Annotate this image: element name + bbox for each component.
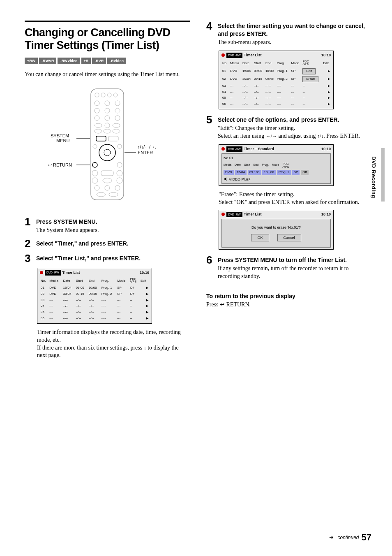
continued-label: continued bbox=[337, 534, 359, 541]
svg-point-36 bbox=[115, 185, 120, 190]
osd1-h-end: End bbox=[88, 277, 101, 285]
svg-point-1 bbox=[95, 93, 99, 97]
step-3-title: Select "Timer List," and press ENTER. bbox=[36, 255, 190, 262]
up-down-arrow-icon: ↑/↓ bbox=[317, 133, 323, 139]
erase-menu-item[interactable]: Erase bbox=[302, 76, 318, 82]
remote-label-arrows: ↑/↓/←/→, bbox=[138, 144, 156, 149]
field-media[interactable]: DVD bbox=[224, 170, 234, 175]
svg-point-12 bbox=[105, 116, 110, 120]
record-dot-icon bbox=[221, 147, 225, 151]
step-5-select-line: Select an item using ←/→ and adjust usin… bbox=[218, 132, 371, 140]
osd3-clock: 10:10 bbox=[321, 146, 331, 151]
field-end[interactable]: 10 : 00 bbox=[262, 170, 275, 175]
svg-text:MENU: MENU bbox=[56, 138, 69, 143]
svg-point-17 bbox=[95, 129, 102, 133]
field-start[interactable]: 09 : 00 bbox=[248, 170, 261, 175]
step-1-title: Press SYSTEM MENU. bbox=[36, 218, 190, 226]
section-rule bbox=[206, 288, 371, 288]
timer-pagination-note: If there are more than six timer setting… bbox=[37, 344, 190, 360]
heading-rule bbox=[25, 21, 190, 22]
svg-point-16 bbox=[113, 123, 120, 127]
svg-text:ENTER: ENTER bbox=[138, 150, 153, 155]
svg-point-18 bbox=[104, 129, 111, 133]
cancel-button[interactable]: Cancel bbox=[277, 234, 301, 241]
svg-point-27 bbox=[117, 162, 122, 167]
svg-rect-29 bbox=[101, 171, 113, 176]
field-mode[interactable]: SP bbox=[292, 170, 300, 175]
return-icon: ↩ bbox=[220, 301, 225, 308]
badge-minus-rw-vr: -RWVR bbox=[39, 58, 56, 64]
svg-point-11 bbox=[95, 116, 99, 120]
table-row: 02DVD30/0409:1509:45Prog. 2SPErase bbox=[221, 75, 331, 83]
svg-point-38 bbox=[109, 192, 118, 197]
intro-text: You can change or cancel timer settings … bbox=[25, 71, 190, 79]
osd-timer-standard: DVD -RW Timer – Standard 10:10 No.01 Med… bbox=[219, 144, 334, 186]
erase-confirm-desc: Select "OK" and press ENTER when asked f… bbox=[219, 199, 371, 206]
table-row: 03-----/----:----:----------- bbox=[40, 297, 149, 303]
osd4-clock: 10:10 bbox=[321, 212, 331, 217]
svg-point-32 bbox=[103, 178, 112, 183]
badge-minus-rw-video: -RWVideo bbox=[58, 58, 80, 64]
timer-info-note: Timer information displays the recording… bbox=[37, 329, 190, 344]
table-row: 01DVD15/0409:0010:00Prog. 1SPOff bbox=[40, 285, 149, 291]
svg-point-15 bbox=[105, 123, 110, 128]
osd1-h-edit: Edit bbox=[140, 277, 149, 285]
svg-point-9 bbox=[105, 108, 110, 113]
step-2-title: Select "Timer," and press ENTER. bbox=[36, 240, 190, 248]
osd1-h-mode: Mode bbox=[116, 277, 129, 285]
step-3-number: 3 bbox=[25, 253, 32, 264]
field-date[interactable]: 15/04 bbox=[235, 170, 247, 175]
osd2-title: Timer List bbox=[244, 53, 262, 58]
osd1-h-media: Media bbox=[48, 277, 62, 285]
osd1-h-no: No. bbox=[40, 277, 48, 285]
osd-erase-confirm: DVD -RW Timer List 10:10 Do you want to … bbox=[219, 210, 334, 250]
svg-point-13 bbox=[115, 116, 120, 120]
osd1-clock: 10:10 bbox=[140, 270, 149, 275]
svg-point-33 bbox=[117, 178, 122, 183]
step-5-number: 5 bbox=[206, 114, 214, 125]
svg-point-34 bbox=[95, 185, 99, 190]
edit-menu-item[interactable]: Edit bbox=[302, 68, 316, 74]
table-row: 01DVD15/0409:0010:00Prog. 1SPEdit bbox=[221, 67, 331, 75]
field-pdc[interactable]: Off bbox=[301, 170, 309, 175]
table-row: 02DVD30/0409:1509:45Prog. 2SPOff bbox=[40, 291, 149, 297]
svg-point-31 bbox=[92, 178, 98, 183]
svg-point-2 bbox=[101, 93, 105, 97]
return-text: Press ↩ RETURN. bbox=[206, 301, 371, 309]
step-4-text: The sub-menu appears. bbox=[218, 39, 371, 46]
osd1-title: Timer List bbox=[62, 270, 80, 275]
remote-illustration: SYSTEM MENU ↩ RETURN ↑/↓/←/→, ENTER bbox=[25, 87, 190, 204]
table-row: 05-----/----:----:----------- bbox=[40, 309, 149, 315]
svg-point-14 bbox=[95, 123, 102, 127]
badge-plus-r: +R bbox=[81, 58, 91, 64]
format-badges: +RW -RWVR -RWVideo +R -RVR -RVideo bbox=[25, 58, 190, 64]
svg-point-10 bbox=[115, 108, 120, 113]
svg-point-25 bbox=[118, 144, 122, 148]
step-6-number: 6 bbox=[206, 255, 214, 265]
left-right-arrow-icon: ←/→ bbox=[266, 133, 277, 139]
svg-point-24 bbox=[93, 144, 97, 148]
table-row: 06-----/----:----:----------- bbox=[40, 315, 149, 322]
step-6-text: If any settings remain, turn off the rec… bbox=[218, 265, 371, 280]
svg-point-8 bbox=[95, 108, 99, 113]
svg-point-37 bbox=[97, 192, 106, 197]
svg-rect-20 bbox=[96, 136, 106, 141]
step-1-number: 1 bbox=[25, 216, 32, 227]
record-dot-icon bbox=[221, 213, 225, 216]
dvd-rw-badge: DVD -RW bbox=[226, 53, 242, 58]
step-4-number: 4 bbox=[206, 21, 214, 31]
record-dot-icon bbox=[40, 271, 43, 274]
page-footer: continued 57 bbox=[329, 531, 371, 544]
osd1-h-date: Date bbox=[62, 277, 75, 285]
step-5-title: Select one of the options, and press ENT… bbox=[218, 116, 371, 124]
field-prog[interactable]: Prog. 1 bbox=[277, 170, 291, 175]
left-arrow-icon: ⮜ bbox=[224, 177, 227, 182]
remote-label-return: ↩ RETURN bbox=[48, 162, 72, 167]
osd1-h-pdc: PDC/VPS bbox=[129, 277, 140, 285]
svg-point-22 bbox=[99, 144, 115, 161]
ok-button[interactable]: OK bbox=[251, 234, 269, 241]
step-2-number: 2 bbox=[25, 238, 32, 249]
dialog-text: Do you want to erase 'No.01'? bbox=[226, 225, 326, 230]
osd2-clock: 10:10 bbox=[321, 53, 331, 58]
table-row: 04-----/----:----:----------- bbox=[40, 303, 149, 309]
